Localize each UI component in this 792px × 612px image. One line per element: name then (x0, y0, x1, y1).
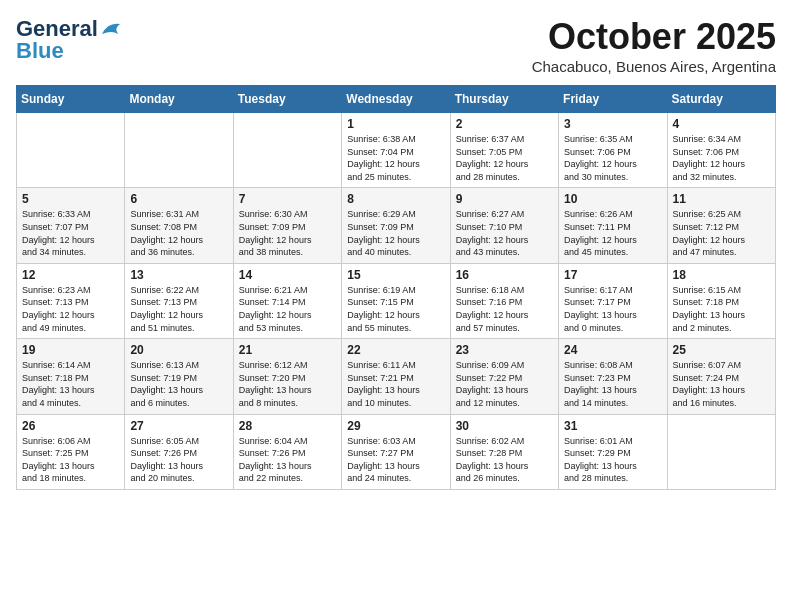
day-content: Sunrise: 6:02 AMSunset: 7:28 PMDaylight:… (456, 435, 553, 485)
day-content: Sunrise: 6:25 AMSunset: 7:12 PMDaylight:… (673, 208, 770, 258)
calendar-header-thursday: Thursday (450, 86, 558, 113)
day-content: Sunrise: 6:08 AMSunset: 7:23 PMDaylight:… (564, 359, 661, 409)
daylight-text: and 28 minutes. (564, 473, 628, 483)
day-content: Sunrise: 6:33 AMSunset: 7:07 PMDaylight:… (22, 208, 119, 258)
daylight-text: Daylight: 13 hours (130, 461, 203, 471)
daylight-text: and 53 minutes. (239, 323, 303, 333)
calendar-header-tuesday: Tuesday (233, 86, 341, 113)
daylight-text: and 20 minutes. (130, 473, 194, 483)
daylight-text: Daylight: 12 hours (22, 235, 95, 245)
sunset-text: Sunset: 7:11 PM (564, 222, 631, 232)
title-area: October 2025 Chacabuco, Buenos Aires, Ar… (532, 16, 776, 75)
calendar-header-sunday: Sunday (17, 86, 125, 113)
calendar-cell: 8Sunrise: 6:29 AMSunset: 7:09 PMDaylight… (342, 188, 450, 263)
daylight-text: Daylight: 13 hours (239, 461, 312, 471)
sunset-text: Sunset: 7:24 PM (673, 373, 740, 383)
day-content: Sunrise: 6:05 AMSunset: 7:26 PMDaylight:… (130, 435, 227, 485)
sunrise-text: Sunrise: 6:09 AM (456, 360, 525, 370)
calendar-cell: 27Sunrise: 6:05 AMSunset: 7:26 PMDayligh… (125, 414, 233, 489)
daylight-text: and 47 minutes. (673, 247, 737, 257)
calendar-cell: 3Sunrise: 6:35 AMSunset: 7:06 PMDaylight… (559, 113, 667, 188)
sunset-text: Sunset: 7:22 PM (456, 373, 523, 383)
sunrise-text: Sunrise: 6:13 AM (130, 360, 199, 370)
sunrise-text: Sunrise: 6:02 AM (456, 436, 525, 446)
daylight-text: Daylight: 13 hours (673, 385, 746, 395)
day-content: Sunrise: 6:38 AMSunset: 7:04 PMDaylight:… (347, 133, 444, 183)
daylight-text: and 34 minutes. (22, 247, 86, 257)
day-number: 13 (130, 268, 227, 282)
logo-bird-icon (100, 20, 122, 38)
daylight-text: Daylight: 12 hours (130, 235, 203, 245)
day-content: Sunrise: 6:30 AMSunset: 7:09 PMDaylight:… (239, 208, 336, 258)
daylight-text: Daylight: 13 hours (130, 385, 203, 395)
sunrise-text: Sunrise: 6:21 AM (239, 285, 308, 295)
calendar-cell: 24Sunrise: 6:08 AMSunset: 7:23 PMDayligh… (559, 339, 667, 414)
daylight-text: Daylight: 13 hours (347, 385, 420, 395)
sunrise-text: Sunrise: 6:03 AM (347, 436, 416, 446)
daylight-text: and 24 minutes. (347, 473, 411, 483)
sunrise-text: Sunrise: 6:31 AM (130, 209, 199, 219)
sunrise-text: Sunrise: 6:35 AM (564, 134, 633, 144)
day-content: Sunrise: 6:22 AMSunset: 7:13 PMDaylight:… (130, 284, 227, 334)
sunrise-text: Sunrise: 6:01 AM (564, 436, 633, 446)
sunset-text: Sunset: 7:23 PM (564, 373, 631, 383)
daylight-text: and 32 minutes. (673, 172, 737, 182)
day-content: Sunrise: 6:04 AMSunset: 7:26 PMDaylight:… (239, 435, 336, 485)
sunset-text: Sunset: 7:09 PM (347, 222, 414, 232)
sunrise-text: Sunrise: 6:17 AM (564, 285, 633, 295)
sunrise-text: Sunrise: 6:15 AM (673, 285, 742, 295)
day-content: Sunrise: 6:09 AMSunset: 7:22 PMDaylight:… (456, 359, 553, 409)
day-number: 21 (239, 343, 336, 357)
calendar-cell: 11Sunrise: 6:25 AMSunset: 7:12 PMDayligh… (667, 188, 775, 263)
calendar-cell: 20Sunrise: 6:13 AMSunset: 7:19 PMDayligh… (125, 339, 233, 414)
page-header: General Blue October 2025 Chacabuco, Bue… (16, 16, 776, 75)
daylight-text: Daylight: 12 hours (239, 310, 312, 320)
calendar-cell: 7Sunrise: 6:30 AMSunset: 7:09 PMDaylight… (233, 188, 341, 263)
daylight-text: Daylight: 13 hours (564, 385, 637, 395)
daylight-text: Daylight: 12 hours (456, 235, 529, 245)
calendar-cell: 26Sunrise: 6:06 AMSunset: 7:25 PMDayligh… (17, 414, 125, 489)
day-content: Sunrise: 6:12 AMSunset: 7:20 PMDaylight:… (239, 359, 336, 409)
sunrise-text: Sunrise: 6:08 AM (564, 360, 633, 370)
day-content: Sunrise: 6:26 AMSunset: 7:11 PMDaylight:… (564, 208, 661, 258)
day-content: Sunrise: 6:21 AMSunset: 7:14 PMDaylight:… (239, 284, 336, 334)
daylight-text: and 55 minutes. (347, 323, 411, 333)
day-number: 28 (239, 419, 336, 433)
day-content: Sunrise: 6:18 AMSunset: 7:16 PMDaylight:… (456, 284, 553, 334)
calendar-week-3: 12Sunrise: 6:23 AMSunset: 7:13 PMDayligh… (17, 263, 776, 338)
daylight-text: and 38 minutes. (239, 247, 303, 257)
calendar-cell: 10Sunrise: 6:26 AMSunset: 7:11 PMDayligh… (559, 188, 667, 263)
sunrise-text: Sunrise: 6:23 AM (22, 285, 91, 295)
daylight-text: Daylight: 12 hours (456, 310, 529, 320)
daylight-text: and 57 minutes. (456, 323, 520, 333)
logo: General Blue (16, 16, 122, 64)
sunset-text: Sunset: 7:19 PM (130, 373, 197, 383)
calendar-cell: 5Sunrise: 6:33 AMSunset: 7:07 PMDaylight… (17, 188, 125, 263)
calendar-cell: 9Sunrise: 6:27 AMSunset: 7:10 PMDaylight… (450, 188, 558, 263)
sunset-text: Sunset: 7:05 PM (456, 147, 523, 157)
calendar-header-wednesday: Wednesday (342, 86, 450, 113)
sunrise-text: Sunrise: 6:30 AM (239, 209, 308, 219)
day-number: 19 (22, 343, 119, 357)
day-content: Sunrise: 6:27 AMSunset: 7:10 PMDaylight:… (456, 208, 553, 258)
sunset-text: Sunset: 7:07 PM (22, 222, 89, 232)
calendar-cell: 31Sunrise: 6:01 AMSunset: 7:29 PMDayligh… (559, 414, 667, 489)
daylight-text: and 49 minutes. (22, 323, 86, 333)
sunset-text: Sunset: 7:12 PM (673, 222, 740, 232)
sunset-text: Sunset: 7:15 PM (347, 297, 414, 307)
daylight-text: and 45 minutes. (564, 247, 628, 257)
daylight-text: and 6 minutes. (130, 398, 189, 408)
sunset-text: Sunset: 7:08 PM (130, 222, 197, 232)
sunset-text: Sunset: 7:09 PM (239, 222, 306, 232)
day-number: 31 (564, 419, 661, 433)
calendar-cell (667, 414, 775, 489)
day-number: 22 (347, 343, 444, 357)
sunset-text: Sunset: 7:26 PM (239, 448, 306, 458)
daylight-text: Daylight: 13 hours (22, 461, 95, 471)
day-number: 7 (239, 192, 336, 206)
calendar-week-1: 1Sunrise: 6:38 AMSunset: 7:04 PMDaylight… (17, 113, 776, 188)
day-number: 3 (564, 117, 661, 131)
sunset-text: Sunset: 7:17 PM (564, 297, 631, 307)
sunrise-text: Sunrise: 6:04 AM (239, 436, 308, 446)
daylight-text: Daylight: 13 hours (239, 385, 312, 395)
